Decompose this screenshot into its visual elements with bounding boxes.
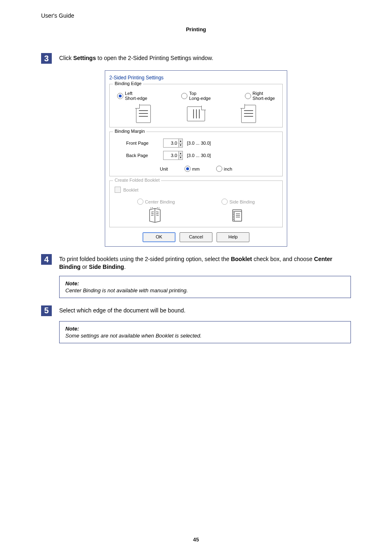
s4-t2: check box, and choose: [252, 256, 314, 262]
label-center-binding: Center Binding: [145, 199, 175, 204]
range-front: [3.0 ... 30.0]: [187, 141, 211, 146]
radio-top-line2: Long-edge: [189, 96, 211, 101]
spinner-arrows-icon[interactable]: ▲▼: [178, 139, 182, 147]
help-button[interactable]: Help: [217, 232, 249, 242]
step-number-3: 3: [41, 53, 52, 64]
group-binding-margin: Binding Margin Front Page ▲▼ [3.0 ... 30…: [109, 132, 283, 176]
page-number: 45: [0, 536, 392, 543]
spinner-front-page[interactable]: ▲▼: [163, 139, 183, 148]
spinner-back-page[interactable]: ▲▼: [163, 151, 183, 160]
cancel-button[interactable]: Cancel: [180, 232, 212, 242]
radio-top-line1: Top: [189, 91, 196, 96]
radio-dot-icon: [245, 93, 251, 99]
step-number-5: 5: [41, 305, 52, 316]
side-binding-icon: [230, 207, 244, 223]
step5-text: Select which edge of the document will b…: [59, 307, 185, 314]
radio-left-line2: Short-edge: [125, 96, 147, 101]
header-users-guide: User's Guide: [41, 12, 351, 19]
step-4: 4 To print folded booklets using the 2-s…: [41, 254, 351, 271]
group-folded-title: Create Folded Booklet: [113, 178, 161, 183]
label-front-page: Front Page: [126, 141, 159, 146]
note-box-1: Note: Center Binding is not available wi…: [59, 276, 351, 298]
label-side-binding: Side Binding: [229, 199, 255, 204]
radio-center-binding: Center Binding: [137, 199, 175, 205]
section-title: Printing: [41, 26, 351, 32]
ok-button[interactable]: OK: [143, 232, 175, 242]
radio-dot-icon: [117, 93, 123, 99]
radio-left-line1: Left: [125, 91, 132, 96]
radio-dot-icon: [184, 166, 191, 172]
page-icon-top: [187, 106, 205, 121]
step-number-4: 4: [41, 254, 52, 265]
radio-unit-mm[interactable]: mm: [184, 166, 200, 172]
step-3: 3 Click Settings to open the 2-Sided Pri…: [41, 53, 351, 64]
note2-body: Some settings are not available when Boo…: [65, 333, 345, 339]
note1-title: Note:: [65, 280, 345, 287]
range-back: [3.0 ... 30.0]: [187, 153, 211, 158]
label-back-page: Back Page: [126, 153, 159, 158]
step-5: 5 Select which edge of the document will…: [41, 305, 351, 316]
radio-right-line2: Short-edge: [253, 96, 275, 101]
label-mm: mm: [192, 166, 200, 171]
group-binding-edge: Binding Edge LeftShort-edge TopLong-edge…: [109, 84, 283, 127]
s4-b1: Booklet: [231, 256, 252, 262]
radio-side-binding: Side Binding: [221, 199, 255, 205]
dialog-title: 2-Sided Printing Settings: [109, 75, 284, 81]
radio-dot-icon: [181, 93, 187, 99]
dialog-2sided-settings: 2-Sided Printing Settings Binding Edge L…: [105, 70, 287, 247]
group-binding-edge-title: Binding Edge: [113, 81, 143, 86]
spinner-arrows-icon[interactable]: ▲▼: [178, 151, 182, 160]
label-booklet: Booklet: [123, 187, 138, 192]
group-folded-booklet: Create Folded Booklet Booklet Center Bin…: [109, 180, 283, 227]
center-binding-icon: [148, 207, 162, 223]
svg-rect-1: [234, 211, 242, 221]
step3-pre: Click: [59, 55, 73, 61]
radio-right-line1: Right: [253, 91, 263, 96]
note-box-2: Note: Some settings are not available wh…: [59, 321, 351, 343]
radio-unit-inch[interactable]: inch: [216, 166, 232, 172]
label-inch: inch: [224, 166, 232, 171]
step3-bold: Settings: [73, 55, 96, 61]
page-icon-left: [136, 105, 151, 123]
note1-body: Center Binding is not available with man…: [65, 287, 345, 294]
note2-title: Note:: [65, 326, 345, 332]
s4-b3: Side Binding: [89, 264, 124, 270]
input-back-page[interactable]: [164, 151, 178, 160]
radio-dot-icon: [137, 199, 143, 205]
radio-dot-icon: [221, 199, 228, 205]
page-icon-right: [241, 105, 256, 123]
group-binding-margin-title: Binding Margin: [113, 129, 146, 134]
label-unit: Unit: [160, 166, 168, 171]
input-front-page[interactable]: [164, 139, 178, 147]
radio-dot-icon: [216, 166, 222, 172]
radio-left-short-edge[interactable]: LeftShort-edge: [117, 91, 147, 101]
checkbox-booklet[interactable]: [115, 187, 121, 193]
s4-t3: or: [81, 264, 89, 270]
radio-top-long-edge[interactable]: TopLong-edge: [181, 91, 211, 101]
s4-t1: To print folded booklets using the 2-sid…: [59, 256, 231, 262]
step3-post: to open the 2-Sided Printing Settings wi…: [96, 55, 213, 61]
radio-right-short-edge[interactable]: RightShort-edge: [245, 91, 275, 101]
s4-t4: .: [124, 264, 126, 270]
